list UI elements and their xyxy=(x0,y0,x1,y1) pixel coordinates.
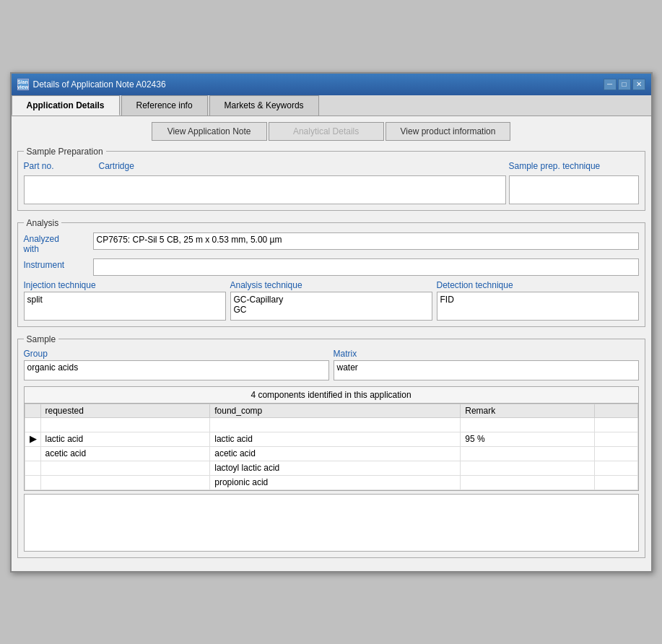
minimize-button[interactable]: ─ xyxy=(604,79,617,90)
col-found-comp: found_comp xyxy=(210,404,461,417)
analyzed-with-row: Analyzed with CP7675: CP-Sil 5 CB, 25 m … xyxy=(24,232,639,254)
cell-extra xyxy=(594,432,637,446)
col-marker xyxy=(25,404,40,417)
col-remark: Remark xyxy=(461,404,594,417)
sample-legend: Sample xyxy=(24,334,59,344)
main-window: S/anview Details of Application Note A02… xyxy=(10,72,653,573)
cell-remark xyxy=(461,417,594,432)
title-bar: S/anview Details of Application Note A02… xyxy=(12,74,651,95)
analysis-technique-label: Analysis technique xyxy=(230,280,432,290)
detection-technique-value[interactable]: FID xyxy=(437,292,639,321)
part-no-value[interactable] xyxy=(24,175,506,204)
analysis-technique-value[interactable]: GC-Capillary GC xyxy=(230,292,432,321)
cell-found-comp: lactic acid xyxy=(210,432,461,446)
group-value[interactable]: organic acids xyxy=(24,360,329,380)
window-title: Details of Application Note A02436 xyxy=(33,79,166,90)
cell-requested xyxy=(40,475,210,489)
detection-technique-col: Detection technique FID xyxy=(437,280,639,321)
sample-section: Sample Group organic acids Matrix water … xyxy=(17,334,645,558)
cell-requested: lactic acid xyxy=(40,432,210,446)
sample-preparation-section: Sample Preparation Part no. Cartridge Sa… xyxy=(17,147,645,211)
table-row[interactable]: acetic acid acetic acid xyxy=(25,446,637,461)
cell-remark xyxy=(461,446,594,461)
sub-tab-view-product-info[interactable]: View product information xyxy=(386,122,511,141)
col-requested: requested xyxy=(40,404,210,417)
cell-remark: 95 % xyxy=(461,432,594,446)
row-marker: ▶ xyxy=(25,432,40,446)
row-marker xyxy=(25,461,40,475)
cell-remark xyxy=(461,475,594,489)
sample-prep-technique-label: Sample prep. technique xyxy=(509,161,639,171)
table-row[interactable]: ▶ lactic acid lactic acid 95 % xyxy=(25,432,637,446)
technique-grid: Injection technique split Analysis techn… xyxy=(24,280,639,321)
restore-button[interactable]: □ xyxy=(618,79,631,90)
content-area: View Application Note Analytical Details… xyxy=(12,116,651,571)
main-tabs: Application Details Reference info Marke… xyxy=(12,95,651,116)
detection-technique-label: Detection technique xyxy=(437,280,639,290)
cell-extra xyxy=(594,475,637,489)
cell-requested: acetic acid xyxy=(40,446,210,461)
components-header: 4 components identified in this applicat… xyxy=(25,387,638,404)
cell-found-comp: lactoyl lactic acid xyxy=(210,461,461,475)
analysis-legend: Analysis xyxy=(24,218,62,228)
injection-technique-col: Injection technique split xyxy=(24,280,226,321)
sample-prep-grid: Part no. Cartridge Sample prep. techniqu… xyxy=(24,161,639,204)
sample-preparation-legend: Sample Preparation xyxy=(24,147,106,157)
row-marker xyxy=(25,475,40,489)
components-table: requested found_comp Remark ▶ lactic aci… xyxy=(25,404,638,490)
sample-grid: Group organic acids Matrix water xyxy=(24,349,639,380)
empty-area-below-table xyxy=(24,494,639,552)
sample-prep-technique-value[interactable] xyxy=(509,175,639,204)
matrix-label: Matrix xyxy=(334,349,639,359)
cell-extra xyxy=(594,461,637,475)
analyzed-with-value[interactable]: CP7675: CP-Sil 5 CB, 25 m x 0.53 mm, 5.0… xyxy=(93,232,639,250)
app-icon: S/anview xyxy=(17,79,29,90)
row-marker xyxy=(25,417,40,432)
table-row[interactable]: propionic acid xyxy=(25,475,637,489)
col-extra xyxy=(594,404,637,417)
group-label: Group xyxy=(24,349,329,359)
tab-reference-info[interactable]: Reference info xyxy=(121,95,208,116)
instrument-label: Instrument xyxy=(24,258,89,270)
cell-remark xyxy=(461,461,594,475)
cartridge-label: Cartridge xyxy=(99,161,506,171)
analysis-section: Analysis Analyzed with CP7675: CP-Sil 5 … xyxy=(17,218,645,327)
cell-extra xyxy=(594,446,637,461)
analysis-technique-col: Analysis technique GC-Capillary GC xyxy=(230,280,432,321)
title-bar-left: S/anview Details of Application Note A02… xyxy=(17,79,166,90)
sub-tab-view-app-note[interactable]: View Application Note xyxy=(152,122,267,141)
part-no-label: Part no. xyxy=(24,161,96,171)
matrix-value[interactable]: water xyxy=(334,360,639,380)
analyzed-with-label: Analyzed with xyxy=(24,232,89,254)
cell-requested xyxy=(40,417,210,432)
injection-technique-value[interactable]: split xyxy=(24,292,226,321)
instrument-value[interactable] xyxy=(93,258,639,276)
table-row[interactable] xyxy=(25,417,637,432)
sub-tab-analytical-details: Analytical Details xyxy=(269,122,384,141)
cell-found-comp xyxy=(210,417,461,432)
cell-extra xyxy=(594,417,637,432)
tab-markets-keywords[interactable]: Markets & Keywords xyxy=(209,95,319,116)
components-container: 4 components identified in this applicat… xyxy=(24,386,639,491)
table-body: ▶ lactic acid lactic acid 95 % acetic ac… xyxy=(25,417,637,489)
row-marker xyxy=(25,446,40,461)
cell-found-comp: propionic acid xyxy=(210,475,461,489)
sub-tabs: View Application Note Analytical Details… xyxy=(17,122,645,141)
close-button[interactable]: ✕ xyxy=(632,79,645,90)
table-row[interactable]: lactoyl lactic acid xyxy=(25,461,637,475)
window-controls: ─ □ ✕ xyxy=(604,79,645,90)
table-header: requested found_comp Remark xyxy=(25,404,637,417)
instrument-row: Instrument xyxy=(24,258,639,276)
cell-requested xyxy=(40,461,210,475)
table-header-row: requested found_comp Remark xyxy=(25,404,637,417)
cell-found-comp: acetic acid xyxy=(210,446,461,461)
tab-application-details[interactable]: Application Details xyxy=(12,95,120,116)
injection-technique-label: Injection technique xyxy=(24,280,226,290)
